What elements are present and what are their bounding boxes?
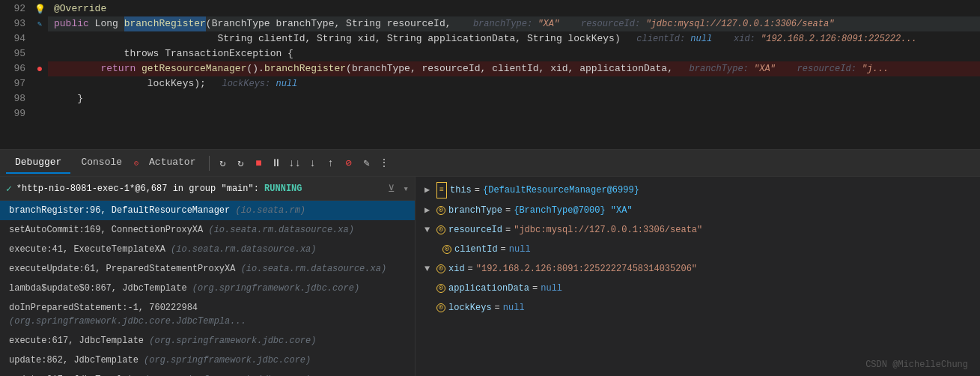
var-name-branchtype: branchType (448, 203, 502, 218)
evaluate-btn[interactable]: ✎ (358, 155, 374, 172)
code-line-97: lockKeys); lockKeys: null (48, 76, 980, 91)
tab-console[interactable]: Console (72, 152, 131, 174)
var-icon-appdata: ⊙ (436, 284, 445, 293)
pause-btn[interactable]: ⏸ (268, 155, 284, 172)
var-val-xid: "192.168.2.126:8091:22522227458314035206… (476, 261, 697, 276)
var-name-appdata: applicationData (448, 281, 529, 296)
edit-icon: ✎ (37, 19, 42, 28)
step-over-btn[interactable]: ↓↓ (286, 155, 302, 172)
stack-frame-5[interactable]: doInPreparedStatement:-1, 760222984 (org… (0, 298, 415, 331)
expand-resourceid-icon[interactable]: ▼ (424, 222, 433, 237)
debugger-content: ✓ *http-nio-8081-exec-1*@6,687 in group … (0, 177, 980, 376)
code-line-98: } (48, 91, 980, 106)
var-xid[interactable]: ▼ ⊙ xid = "192.168.2.126:8091:2252222745… (416, 259, 980, 279)
thread-label: *http-nio-8081-exec-1*@6,687 in group "m… (16, 184, 302, 194)
var-branchtype[interactable]: ▶ ⊙ branchType = {BranchType@7000} "XA" (416, 201, 980, 220)
csdn-watermark: CSDN @MichelleChung (865, 360, 968, 370)
stack-frame-4[interactable]: lambda$update$0:867, JdbcTemplate (org.s… (0, 279, 415, 298)
mute-btn[interactable]: ⊘ (340, 155, 356, 172)
var-val-this: {DefaultResourceManager@6999} (483, 183, 639, 198)
expand-branchtype-icon[interactable]: ▶ (424, 203, 433, 218)
stack-frame-3[interactable]: executeUpdate:61, PreparedStatementProxy… (0, 259, 415, 279)
step-into-btn[interactable]: ↓ (304, 155, 320, 172)
var-this[interactable]: ▶ ≡ this = {DefaultResourceManager@6999} (416, 180, 980, 201)
tab-actuator[interactable]: Actuator (140, 152, 204, 174)
var-val-resourceid: "jdbc:mysql://127.0.0.1:3306/seata" (514, 222, 702, 237)
var-name-lockkeys: lockKeys (448, 300, 492, 315)
var-icon-xid: ⊙ (436, 264, 445, 273)
gutter-icons: 💡 ✎ ● (31, 0, 48, 149)
right-panel: ▶ ≡ this = {DefaultResourceManager@6999}… (416, 177, 980, 376)
var-val-appdata: null (541, 281, 562, 296)
code-content: @Override public Long branchRegister (Br… (48, 0, 980, 149)
var-appdata[interactable]: ⊙ applicationData = null (416, 279, 980, 298)
var-name-this: this (450, 183, 472, 198)
toolbar-separator-1 (209, 156, 210, 171)
var-icon-resourceid: ⊙ (436, 225, 445, 234)
bulb-icon: 💡 (34, 4, 46, 15)
var-lockkeys[interactable]: ⊙ lockKeys = null (416, 298, 980, 318)
line-numbers-gutter: 92 93 94 95 96 97 98 99 (0, 0, 31, 149)
debugger-toolbar: Debugger Console ⊙ Actuator ↻ ↻ ■ ⏸ ↓↓ ↓… (0, 150, 980, 177)
var-icon-clientid: ⊙ (442, 245, 451, 254)
var-icon-this: ≡ (436, 182, 447, 198)
var-resourceid[interactable]: ▼ ⊙ resourceId = "jdbc:mysql://127.0.0.1… (416, 220, 980, 240)
code-line-95: throws TransactionException { (48, 46, 980, 61)
debugger-panel: Debugger Console ⊙ Actuator ↻ ↻ ■ ⏸ ↓↓ ↓… (0, 150, 980, 376)
filter-icon[interactable]: ⊻ (388, 183, 395, 195)
var-val-lockkeys: null (503, 300, 525, 315)
step-out-btn[interactable]: ↑ (322, 155, 338, 172)
expand-this-icon[interactable]: ▶ (424, 183, 433, 198)
stack-frame-0[interactable]: branchRegister:96, DefaultResourceManage… (0, 201, 415, 220)
tab-debugger[interactable]: Debugger (6, 152, 70, 174)
var-val-branchtype: {BranchType@7000} "XA" (514, 203, 632, 218)
var-name-resourceid: resourceId (448, 222, 502, 237)
code-line-99 (48, 106, 980, 121)
stack-frame-1[interactable]: setAutoCommit:169, ConnectionProxyXA (io… (0, 220, 415, 240)
stack-frame-6[interactable]: execute:617, JdbcTemplate (org.springfra… (0, 331, 415, 351)
dropdown-icon[interactable]: ▾ (403, 183, 409, 195)
var-name-clientid: clientId (454, 242, 498, 257)
stop-btn[interactable]: ■ (250, 155, 267, 172)
var-name-xid: xid (448, 261, 465, 276)
code-editor: 92 93 94 95 96 97 98 99 💡 ✎ ● @Override … (0, 0, 980, 150)
stack-frame-8[interactable]: update:917, JdbcTemplate (org.springfram… (0, 370, 415, 376)
stack-frame-7[interactable]: update:862, JdbcTemplate (org.springfram… (0, 351, 415, 370)
breakpoint-icon: ● (37, 63, 43, 75)
check-icon: ✓ (6, 183, 12, 195)
var-val-clientid: null (509, 242, 531, 257)
code-line-96: return getResourceManager (). branchRegi… (48, 61, 980, 76)
var-clientid[interactable]: ⊙ clientId = null (416, 240, 980, 259)
actuator-circle-icon: ⊙ (134, 159, 139, 168)
expand-xid-icon[interactable]: ▼ (424, 261, 433, 276)
code-line-93: public Long branchRegister (BranchType b… (48, 16, 980, 31)
code-line-94: String clientId, String xid, String appl… (48, 31, 980, 46)
stack-list: branchRegister:96, DefaultResourceManage… (0, 201, 415, 376)
resume-btn[interactable]: ↻ (232, 155, 249, 172)
code-line-92: @Override (48, 1, 980, 16)
stack-frame-2[interactable]: execute:41, ExecuteTemplateXA (io.seata.… (0, 240, 415, 259)
more-btn[interactable]: ⋮ (376, 155, 392, 172)
var-icon-branchtype: ⊙ (436, 206, 445, 215)
thread-header: ✓ *http-nio-8081-exec-1*@6,687 in group … (0, 177, 415, 201)
restart-btn[interactable]: ↻ (214, 155, 231, 172)
var-icon-lockkeys: ⊙ (436, 303, 445, 312)
left-panel: ✓ *http-nio-8081-exec-1*@6,687 in group … (0, 177, 416, 376)
